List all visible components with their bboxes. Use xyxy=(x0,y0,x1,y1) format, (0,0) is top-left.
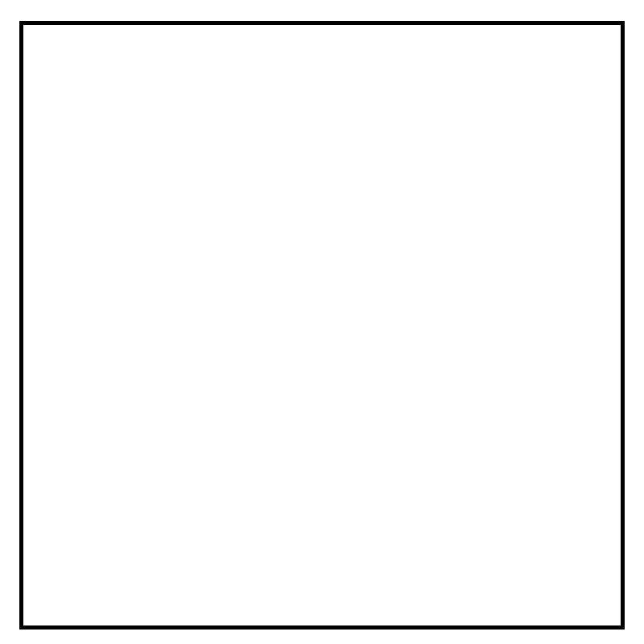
bottleneck-chart xyxy=(0,0,644,644)
bottleneck-curve xyxy=(23,25,621,625)
plot-area xyxy=(19,21,625,630)
